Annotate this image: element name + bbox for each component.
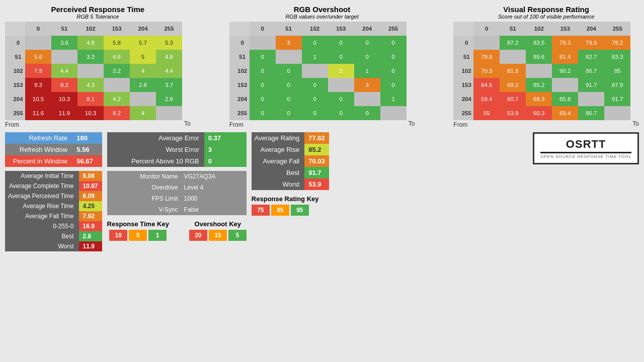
os-grid-cell: [250, 36, 276, 50]
rt-key-green: 1: [148, 230, 167, 241]
prt-grid-col-header: 102: [77, 22, 104, 36]
vr-grid-cell: [473, 36, 500, 50]
worst-error-value: 3: [204, 144, 247, 155]
monitor-box: Monitor Name VG27AQ3A Overdrive Level 4 …: [107, 171, 247, 215]
os-grid-cell: 0: [302, 36, 328, 50]
prt-grid-cell: 7.9: [25, 64, 51, 78]
prt-grid-cell: 4: [130, 106, 156, 120]
prt-grid-cell: [25, 36, 51, 50]
prt-grid-col-header: 204: [130, 22, 156, 36]
prt-grid-cell: [156, 106, 182, 120]
os-grid-col-header: 153: [328, 22, 354, 36]
prt-grid-cell: 9.3: [25, 78, 51, 92]
best-timing-value: 2.8: [79, 231, 102, 241]
timing-box: Average Initial Time 6.08 Average Comple…: [5, 171, 102, 251]
os-grid-cell: 0: [250, 64, 276, 78]
pct-above-label: Percent Above 10 RGB: [107, 155, 204, 167]
best-rating-value: 91.7: [304, 167, 329, 178]
prt-grid-cell: 8.2: [51, 78, 77, 92]
prt-grid-col-header: 255: [156, 22, 182, 36]
os-grid-cell: 0: [328, 92, 354, 106]
vr-grid-cell: 70.3: [473, 64, 500, 78]
vr-grid-cell: 87.9: [604, 78, 630, 92]
prt-grid-cell: 3.7: [156, 78, 182, 92]
vr-grid-cell: [552, 78, 578, 92]
vr-grid-cell: 53.9: [500, 106, 526, 120]
prt-grid-cell: 10.3: [51, 92, 77, 106]
zero-value: 16.9: [79, 221, 102, 231]
os-grid-cell: 0: [380, 64, 407, 78]
os-grid-cell: 1: [380, 92, 407, 106]
worst-timing-value: 11.9: [79, 241, 102, 251]
avg-rise-rating-label: Average Rise: [252, 144, 304, 155]
rating-title: Visual Response Rating: [503, 5, 589, 14]
os-grid-col-header: 204: [354, 22, 380, 36]
prt-grid-cell: 8.2: [104, 106, 130, 120]
keys-section: Response Time Key 10 5 1 Overshoot Key 2…: [107, 220, 247, 241]
prt-subtitle: RGB 5 Tolerance: [76, 14, 119, 20]
vr-grid-cell: 69.2: [500, 78, 526, 92]
os-key-orange: 15: [209, 230, 227, 241]
worst-rating-value: 53.9: [304, 178, 329, 190]
prt-grid-cell: 4.8: [77, 36, 104, 50]
bottom-mid: Average Error 0.37 Worst Error 3 Percent…: [107, 132, 247, 241]
vr-grid-cell: 81.9: [500, 64, 526, 78]
avg-fall-rating-value: 70.03: [304, 155, 329, 167]
vr-grid-cell: 85: [604, 64, 630, 78]
worst-error-label: Worst Error: [107, 144, 204, 155]
rr-key-title: Response Rating Key: [252, 195, 329, 203]
os-grid-col-header: 0: [250, 22, 276, 36]
rr-key-red: 75: [252, 205, 270, 216]
vr-grid-col-header: 255: [604, 22, 630, 36]
vr-grid-col-header: 102: [526, 22, 552, 36]
os-grid-cell: 0: [328, 50, 354, 64]
osrtt-logo: OSRTT OPEN SOURCE RESPONSE TIME TOOL: [533, 132, 639, 164]
os-grid-cell: 0: [302, 92, 328, 106]
overshoot-panel: RGB Overshoot RGB values over/under targ…: [229, 5, 415, 128]
prt-grid-cell: [77, 64, 104, 78]
vr-grid-cell: 79.3: [552, 36, 578, 50]
error-box: Average Error 0.37 Worst Error 3 Percent…: [107, 132, 247, 167]
fps-value: 1000: [181, 193, 247, 204]
avg-fall-value: 7.92: [79, 211, 102, 221]
osrtt-line: [540, 152, 631, 153]
overshoot-subtitle: RGB values over/under target: [285, 14, 359, 20]
vr-grid-cell: [578, 92, 604, 106]
vr-grid-cell: 83.5: [526, 36, 552, 50]
prt-grid-cell: 10.5: [25, 92, 51, 106]
vr-grid-cell: 69.4: [552, 106, 578, 120]
vr-grid-cell: 91.7: [604, 92, 630, 106]
prt-grid-cell: 4: [130, 64, 156, 78]
prt-grid-cell: 11.9: [51, 106, 77, 120]
rt-key-orange: 5: [129, 230, 147, 241]
os-grid-cell: 0: [276, 106, 302, 120]
os-grid-cell: 0: [328, 36, 354, 50]
os-grid-cell: 0: [276, 78, 302, 92]
avg-rating-value: 77.62: [304, 132, 329, 144]
rr-key-group: Response Rating Key 75 85 95: [252, 195, 329, 216]
os-grid-cell: 0: [302, 78, 328, 92]
os-grid-cell: 0: [354, 106, 380, 120]
overshoot-title: RGB Overshoot: [294, 5, 351, 14]
rating-stats-box: Average Rating 77.62 Average Rise 85.2 A…: [252, 132, 329, 190]
percent-window-label: Percent in Window: [5, 155, 72, 167]
prt-grid-cell: 4.2: [104, 92, 130, 106]
vr-grid-cell: [526, 64, 552, 78]
best-timing-label: Best: [5, 231, 79, 241]
os-grid-cell: 0: [250, 92, 276, 106]
overshoot-grid: 0511021532042550300005101000102002101530…: [229, 22, 407, 120]
rating-grid: 051102153204255087.283.579.379.678.25179…: [453, 22, 630, 120]
vr-grid-cell: 89.6: [526, 50, 552, 64]
worst-rating-label: Worst: [252, 178, 304, 190]
os-grid-col-header: 255: [380, 22, 407, 36]
vr-grid-cell: 91.7: [578, 78, 604, 92]
vr-grid-cell: 90.2: [552, 64, 578, 78]
rt-key-group: Response Time Key 10 5 1: [107, 220, 169, 241]
os-grid-cell: 0: [380, 50, 407, 64]
monitor-name-label: Monitor Name: [107, 171, 181, 182]
best-rating-label: Best: [252, 167, 304, 178]
avg-error-value: 0.37: [204, 132, 247, 144]
prt-grid-cell: [51, 50, 77, 64]
os-grid-col-header: 102: [302, 22, 328, 36]
os-grid-cell: 3: [354, 78, 380, 92]
